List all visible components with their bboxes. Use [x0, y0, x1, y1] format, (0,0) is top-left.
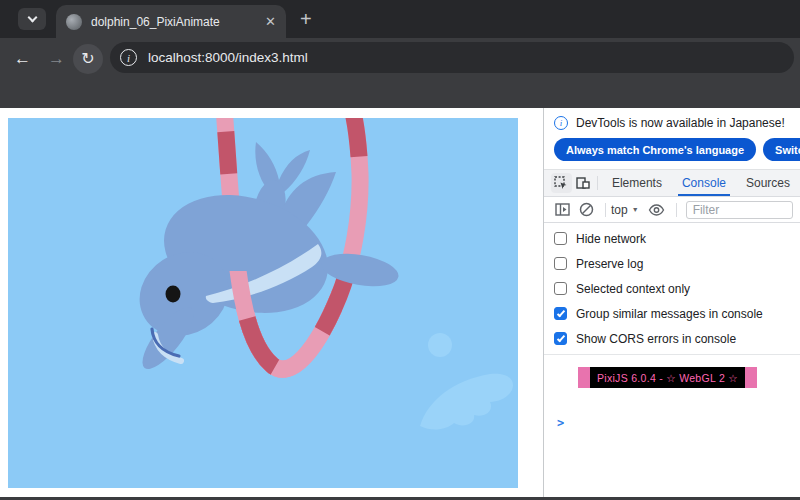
- banner-pink-block: [578, 367, 590, 388]
- tab-console[interactable]: Console: [672, 170, 736, 196]
- checkbox-label: Group similar messages in console: [576, 307, 763, 321]
- url-text: localhost:8000/index3.html: [148, 50, 308, 65]
- tab-close-icon[interactable]: ✕: [265, 15, 276, 28]
- checkbox-icon: [554, 257, 567, 270]
- forward-icon[interactable]: →: [48, 47, 65, 71]
- banner-pink-block: [745, 367, 757, 388]
- address-bar[interactable]: i localhost:8000/index3.html: [110, 42, 794, 73]
- back-icon[interactable]: ←: [14, 47, 31, 71]
- console-settings: Hide network Preserve log Selected conte…: [544, 223, 800, 355]
- checkbox-group-similar[interactable]: Group similar messages in console: [544, 301, 800, 326]
- ghost-bubble: [428, 333, 452, 357]
- new-tab-button[interactable]: +: [300, 10, 312, 28]
- console-sidebar-icon[interactable]: [552, 201, 572, 219]
- dolphin-eye: [166, 286, 181, 303]
- pixijs-banner: PixiJS 6.0.4 - ☆ WebGL 2 ☆: [578, 367, 800, 388]
- infobar-message: DevTools is now available in Japanese!: [576, 116, 785, 130]
- console-messages[interactable]: PixiJS 6.0.4 - ☆ WebGL 2 ☆ >: [544, 355, 800, 497]
- filter-input[interactable]: [686, 201, 793, 219]
- browser-tab[interactable]: dolphin_06_PixiAnimate ✕: [56, 5, 286, 38]
- checkbox-label: Preserve log: [576, 257, 643, 271]
- tab-title: dolphin_06_PixiAnimate: [91, 15, 259, 29]
- site-info-icon[interactable]: i: [120, 49, 137, 66]
- console-prompt[interactable]: >: [557, 413, 800, 431]
- checkbox-icon: [554, 232, 567, 245]
- devtools-infobar: i DevTools is now available in Japanese!…: [544, 108, 800, 170]
- console-toolbar: top ▼: [544, 197, 800, 223]
- info-icon: i: [554, 116, 568, 130]
- toolbar-separator: [605, 203, 606, 217]
- tab-separator: [597, 176, 598, 190]
- chevron-down-icon: [27, 13, 37, 23]
- checkbox-label: Selected context only: [576, 282, 690, 296]
- switch-devtools-language-button[interactable]: Switch DevTo: [763, 138, 800, 161]
- tab-elements[interactable]: Elements: [602, 170, 672, 196]
- content-area: i DevTools is now available in Japanese!…: [0, 108, 800, 497]
- checkbox-preserve-log[interactable]: Preserve log: [544, 251, 800, 276]
- tab-search-button[interactable]: [18, 8, 46, 30]
- browser-toolbar: ← → ↻ i localhost:8000/index3.html: [0, 38, 800, 108]
- checkbox-hide-network[interactable]: Hide network: [544, 226, 800, 251]
- devtools-panel: i DevTools is now available in Japanese!…: [544, 108, 800, 497]
- context-label: top: [611, 203, 628, 217]
- devtools-tab-bar: Elements Console Sources: [544, 170, 800, 197]
- tab-sources[interactable]: Sources: [736, 170, 800, 196]
- checkbox-checked-icon: [554, 307, 567, 320]
- prompt-chevron-icon: >: [557, 416, 564, 430]
- clear-console-icon[interactable]: [576, 201, 596, 219]
- live-expression-eye-icon[interactable]: [647, 201, 667, 219]
- reload-button[interactable]: ↻: [73, 44, 103, 74]
- pixi-canvas[interactable]: [8, 118, 518, 488]
- checkbox-checked-icon: [554, 332, 567, 345]
- checkbox-label: Show CORS errors in console: [576, 332, 736, 346]
- inspect-element-icon[interactable]: [551, 173, 572, 193]
- context-selector[interactable]: top ▼: [611, 203, 639, 217]
- tab-favicon: [66, 14, 82, 30]
- checkbox-label: Hide network: [576, 232, 646, 246]
- checkbox-selected-context-only[interactable]: Selected context only: [544, 276, 800, 301]
- browser-window: dolphin_06_PixiAnimate ✕ + ← → ↻ i local…: [0, 0, 800, 500]
- toolbar-separator: [676, 203, 677, 217]
- checkbox-show-cors-errors[interactable]: Show CORS errors in console: [544, 326, 800, 351]
- page-viewport: [0, 108, 543, 497]
- device-toolbar-icon[interactable]: [573, 170, 594, 196]
- reload-icon: ↻: [81, 51, 94, 67]
- match-language-button[interactable]: Always match Chrome's language: [554, 138, 756, 161]
- chevron-down-icon: ▼: [632, 206, 639, 213]
- checkbox-icon: [554, 282, 567, 295]
- banner-text: PixiJS 6.0.4 - ☆ WebGL 2 ☆: [590, 367, 745, 388]
- tab-strip: dolphin_06_PixiAnimate ✕ +: [0, 0, 800, 38]
